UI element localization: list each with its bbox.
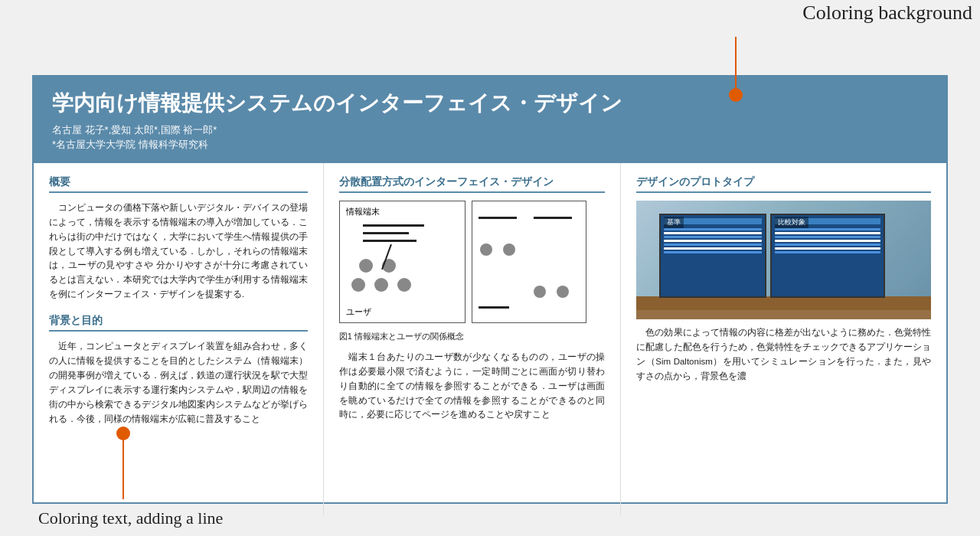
figure-line-2 [363, 232, 409, 234]
screen-line-3 [664, 236, 762, 238]
screen-line-r3 [775, 236, 880, 238]
annotation-dot-top [729, 88, 743, 102]
user-dot-4 [374, 278, 388, 292]
poster-title: 学内向け情報提供システムのインターフェイス・デザイン [52, 90, 928, 116]
annotation-arrow-top [735, 37, 737, 90]
screen-line-7 [664, 251, 762, 253]
poster: 学内向け情報提供システムのインターフェイス・デザイン 名古屋 花子*,愛知 太郎… [32, 75, 948, 504]
photo-floor [636, 310, 931, 319]
photo-screen-right: 比較対象 [770, 214, 885, 298]
column-middle: 分散配置方式のインターフェイス・デザイン 情報端末 [324, 163, 622, 515]
section-background: 背景と目的 近年，コンピュータとディスプレイ装置を組み合わせ，多くの人に情報を提… [49, 314, 308, 427]
user-dot-3 [351, 278, 365, 292]
figure-line-3 [363, 240, 416, 242]
screen-line-r2 [775, 232, 880, 234]
figure-r-line-3 [479, 306, 509, 309]
figure-r-dot-1 [480, 243, 492, 256]
figure-r-line-1 [479, 217, 517, 219]
poster-header: 学内向け情報提供システムのインターフェイス・デザイン 名古屋 花子*,愛知 太郎… [34, 77, 946, 163]
authors-line2: *名古屋大学大学院 情報科学研究科 [52, 137, 928, 152]
figure-box-left: 情報端末 ユーザ [339, 201, 466, 323]
section-abstract: 概要 コンピュータの価格下落や新しいデジタル・デバイスの登場によって，情報を表示… [49, 175, 308, 302]
screen-line-r5 [775, 243, 880, 246]
section-distributed-title: 分散配置方式のインターフェイス・デザイン [339, 175, 606, 193]
prototype-photo: 基準 比較対象 [636, 201, 931, 319]
section-prototype-title: デザインのプロトタイプ [636, 175, 931, 193]
section-prototype-body: 色の効果によって情報の内容に格差が出ないように務めた．色覚特性に配慮した配色を行… [636, 325, 931, 384]
section-distributed-body: 端末１台あたりのユーザ数が少なくなるものの，ユーザの操作は必要最小限で済むように… [339, 350, 606, 423]
annotation-coloring-background: Coloring background [802, 2, 972, 25]
background-title-text: 背景と目的 [49, 314, 103, 326]
user-dot-5 [397, 278, 411, 292]
photo-label-right: 比較対象 [775, 217, 808, 228]
screen-line-2 [664, 232, 762, 234]
figure-r-line-2 [534, 217, 572, 219]
figure-r-dot-3 [534, 286, 546, 298]
column-left: 概要 コンピュータの価格下落や新しいデジタル・デバイスの登場によって，情報を表示… [34, 163, 324, 515]
figure-area: 情報端末 ユーザ [339, 201, 606, 323]
poster-content: 概要 コンピュータの価格下落や新しいデジタル・デバイスの登場によって，情報を表示… [34, 163, 946, 515]
screen-line-r6 [775, 247, 880, 250]
annotation-coloring-text: Coloring text, adding a line [38, 508, 223, 528]
figure-r-dot-2 [503, 243, 515, 256]
figure-r-dot-4 [557, 286, 569, 298]
screen-line-5 [664, 243, 762, 246]
screen-line-r7 [775, 251, 880, 253]
user-dot-1 [359, 259, 373, 273]
screen-line-r1 [775, 228, 880, 230]
screen-line-r4 [775, 240, 880, 242]
section-background-body: 近年，コンピュータとディスプレイ装置を組み合わせ，多くの人に情報を提供することを… [49, 339, 308, 427]
figure-label-terminal: 情報端末 [346, 206, 380, 217]
annotation-arrow-bottom [122, 438, 124, 499]
screen-line-4 [664, 240, 762, 242]
screen-line-1 [664, 228, 762, 230]
figure-line-1 [363, 224, 424, 227]
section-abstract-title: 概要 [49, 175, 308, 193]
poster-authors: 名古屋 花子*,愛知 太郎*,国際 裕一郎* *名古屋大学大学院 情報科学研究科 [52, 123, 928, 152]
annotation-dot-bottom [116, 427, 130, 440]
section-background-title: 背景と目的 [49, 314, 308, 332]
photo-screen-left: 基準 [659, 214, 766, 298]
photo-label-left: 基準 [664, 217, 684, 228]
column-right: デザインのプロトタイプ 基準 [621, 163, 946, 515]
figure-box-right [472, 201, 586, 323]
figure-label-user: ユーザ [346, 306, 371, 318]
section-abstract-body: コンピュータの価格下落や新しいデジタル・デバイスの登場によって，情報を表示する情… [49, 201, 308, 302]
figure-caption: 図1 情報端末とユーザの関係概念 [339, 331, 606, 342]
screen-line-6 [664, 247, 762, 250]
authors-line1: 名古屋 花子*,愛知 太郎*,国際 裕一郎* [52, 123, 928, 138]
